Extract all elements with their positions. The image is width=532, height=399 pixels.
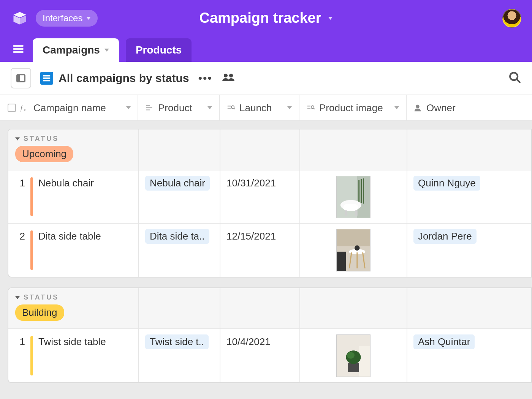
formula-icon: fx <box>21 104 29 112</box>
record-group: STATUS Upcoming 1 Nebula chair Nebula ch… <box>8 129 532 278</box>
cell-owner[interactable]: Jordan Pere <box>407 224 531 277</box>
column-header-owner[interactable]: Owner <box>407 95 532 120</box>
view-switcher[interactable]: All campaigns by status <box>40 72 189 85</box>
search-button[interactable] <box>508 71 521 85</box>
sidebar-toggle-button[interactable] <box>11 68 31 88</box>
link-field-icon <box>145 104 154 112</box>
chevron-down-icon <box>328 17 333 20</box>
base-title: Campaign tracker <box>199 10 321 26</box>
row-number: 1 <box>14 176 25 189</box>
collaborator-chip[interactable]: Quinn Nguye <box>413 176 480 191</box>
svg-line-14 <box>516 79 520 82</box>
svg-point-12 <box>229 74 233 77</box>
menu-button[interactable] <box>11 41 26 57</box>
base-title-dropdown[interactable]: Campaign tracker <box>199 10 332 26</box>
chevron-down-icon[interactable] <box>207 106 212 109</box>
chevron-down-icon[interactable] <box>394 106 399 109</box>
image-thumbnail[interactable] <box>336 176 370 218</box>
svg-text:x: x <box>24 107 26 112</box>
column-header-launch[interactable]: Launch <box>220 95 299 120</box>
grid-body: STATUS Upcoming 1 Nebula chair Nebula ch… <box>0 121 532 399</box>
cell-product-image[interactable] <box>300 170 407 223</box>
svg-line-27 <box>314 108 315 109</box>
app-logo-icon[interactable] <box>11 9 29 27</box>
image-thumbnail[interactable] <box>336 229 370 271</box>
svg-text:f: f <box>21 104 23 112</box>
svg-rect-8 <box>43 75 50 77</box>
status-color-bar <box>30 336 33 375</box>
tab-label: Products <box>136 44 182 56</box>
column-label: Product <box>158 102 192 114</box>
select-all-checkbox[interactable] <box>8 104 16 112</box>
svg-point-28 <box>416 105 419 108</box>
cell-campaign-name[interactable]: 1 Nebula chair <box>8 170 139 223</box>
collapse-toggle-icon[interactable] <box>15 296 20 299</box>
cell-product[interactable]: Nebula chair <box>139 170 220 223</box>
chevron-down-icon[interactable] <box>126 106 131 109</box>
cell-product-image[interactable] <box>300 329 407 382</box>
view-toolbar: All campaigns by status ••• <box>0 62 532 95</box>
cell-product[interactable]: Twist side t.. <box>139 329 220 382</box>
cell-owner[interactable]: Quinn Nguye <box>407 170 531 223</box>
more-options-button[interactable]: ••• <box>198 72 212 85</box>
status-color-bar <box>30 230 33 270</box>
column-header-row: fx Campaign name Product Launch Product … <box>0 95 532 121</box>
group-status-pill: Upcoming <box>15 146 73 162</box>
group-header[interactable]: STATUS Upcoming <box>8 129 531 170</box>
svg-line-23 <box>234 108 235 109</box>
group-status-pill: Building <box>15 304 64 321</box>
svg-point-22 <box>231 106 234 109</box>
person-icon <box>413 104 422 112</box>
tab-campaigns[interactable]: Campaigns <box>33 38 119 62</box>
column-header-product-image[interactable]: Product image <box>299 95 407 120</box>
table-row[interactable]: 1 Twist side table Twist side t.. 10/4/2… <box>8 329 531 382</box>
cell-campaign-name[interactable]: 1 Twist side table <box>8 329 139 382</box>
column-header-product[interactable]: Product <box>138 95 220 120</box>
user-avatar[interactable] <box>502 9 521 28</box>
collaborator-chip[interactable]: Ash Quintar <box>413 334 475 349</box>
status-color-bar <box>30 177 33 216</box>
linked-record-chip[interactable]: Twist side t.. <box>145 334 209 349</box>
linked-record-chip[interactable]: Dita side ta.. <box>145 229 209 244</box>
cell-campaign-name[interactable]: 2 Dita side table <box>8 224 139 277</box>
tab-products[interactable]: Products <box>126 38 192 62</box>
svg-point-11 <box>224 74 228 77</box>
column-label: Owner <box>426 102 456 114</box>
group-header[interactable]: STATUS Building <box>8 288 531 329</box>
table-row[interactable]: 2 Dita side table Dita side ta.. 12/15/2… <box>8 224 531 277</box>
campaign-name-text: Twist side table <box>38 334 106 348</box>
share-people-button[interactable] <box>222 72 235 85</box>
row-number: 1 <box>14 334 25 348</box>
record-group: STATUS Building 1 Twist side table Twist… <box>8 287 532 383</box>
chevron-down-icon <box>104 49 109 52</box>
table-row[interactable]: 1 Nebula chair Nebula chair 10/31/2021 Q… <box>8 170 531 224</box>
column-label: Campaign name <box>33 102 106 114</box>
top-header: Interfaces Campaign tracker <box>0 0 532 36</box>
row-number: 2 <box>14 229 25 242</box>
lookup-field-icon <box>226 104 235 112</box>
tabs-row: Campaigns Products <box>0 36 532 62</box>
image-thumbnail[interactable] <box>336 334 370 377</box>
cell-launch-date[interactable]: 10/4/2021 <box>220 329 300 382</box>
cell-product[interactable]: Dita side ta.. <box>139 224 220 277</box>
linked-record-chip[interactable]: Nebula chair <box>145 176 210 191</box>
cell-owner[interactable]: Ash Quintar <box>407 329 531 382</box>
chevron-down-icon[interactable] <box>287 106 292 109</box>
svg-point-26 <box>311 106 314 109</box>
group-field-label: STATUS <box>24 135 59 143</box>
cell-product-image[interactable] <box>300 224 407 277</box>
collapse-toggle-icon[interactable] <box>15 137 20 140</box>
lookup-field-icon <box>306 104 315 112</box>
cell-launch-date[interactable]: 10/31/2021 <box>220 170 300 223</box>
interfaces-dropdown[interactable]: Interfaces <box>36 10 98 27</box>
grid-view-icon <box>40 72 53 85</box>
collaborator-chip[interactable]: Jordan Pere <box>413 229 477 244</box>
cell-launch-date[interactable]: 12/15/2021 <box>220 224 300 277</box>
column-header-campaign-name[interactable]: fx Campaign name <box>0 95 138 120</box>
campaign-name-text: Nebula chair <box>38 176 94 189</box>
column-label: Product image <box>319 102 383 114</box>
svg-rect-7 <box>17 75 20 82</box>
interfaces-label: Interfaces <box>43 13 82 24</box>
campaign-name-text: Dita side table <box>38 229 101 242</box>
view-name: All campaigns by status <box>59 72 189 85</box>
